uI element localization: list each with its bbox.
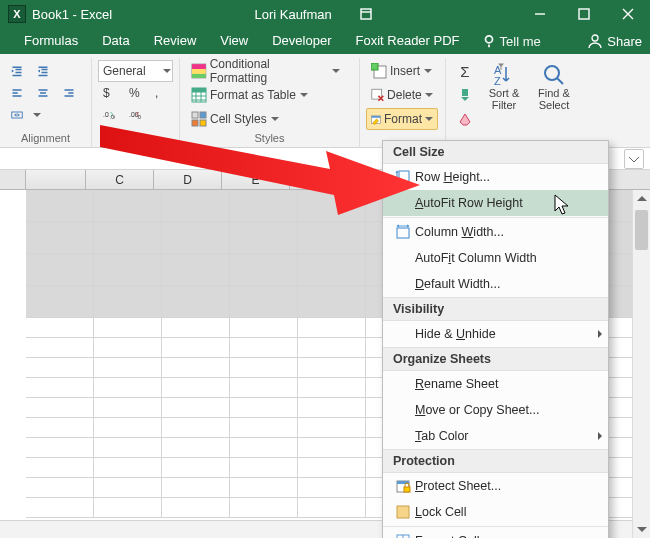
ribbon-display-options-button[interactable] [344,0,388,28]
svg-rect-13 [192,88,206,92]
menu-label: Column Width... [415,225,608,239]
submenu-caret-icon [592,330,608,338]
share-button[interactable]: Share [587,33,642,49]
align-center-button[interactable] [32,82,54,104]
menu-item-protect-sheet[interactable]: Protect Sheet... [383,473,608,499]
format-label: Format [384,112,422,126]
document-title: Book1 - Excel [32,7,112,22]
menu-item-autofit-row-height[interactable]: AutoFit Row Height [383,190,608,216]
maximize-button[interactable] [562,0,606,28]
insert-cells-button[interactable]: Insert [366,60,438,82]
sort-filter-button[interactable]: AZ Sort & Filter [480,60,528,130]
menu-label: Format Cells... [415,534,608,538]
menu-label: Hide & Unhide [415,327,592,341]
number-format-value: General [103,64,146,78]
group-alignment: Alignment [0,58,92,148]
menu-label: AutoFit Column Width [415,251,608,265]
decrease-indent-button[interactable] [6,60,28,82]
find-select-button[interactable]: Find & Select [530,60,578,130]
tell-me-search[interactable]: Tell me [482,34,541,49]
tab-data[interactable]: Data [90,28,141,54]
menu-item-move-copy-sheet[interactable]: Move or Copy Sheet... [383,397,608,423]
accounting-format-button[interactable]: $ [98,82,120,104]
column-header[interactable]: C [86,170,154,189]
number-format-combo[interactable]: General [98,60,173,82]
decrease-decimal-button[interactable]: .00.0 [124,104,146,126]
percent-format-button[interactable]: % [124,82,146,104]
menu-label: Tab Color [415,429,592,443]
expand-formula-bar-button[interactable] [624,149,644,169]
svg-point-25 [545,66,559,80]
scroll-down-button[interactable] [633,520,650,538]
svg-rect-0 [361,9,371,19]
merge-center-button[interactable] [6,104,28,126]
menu-section-protection: Protection [383,449,608,473]
merge-dropdown[interactable] [32,104,42,126]
protect-sheet-icon [391,478,415,494]
align-left-button[interactable] [6,82,28,104]
ribbon-tab-strip: Formulas Data Review View Developer Foxi… [0,28,650,54]
autosum-button[interactable]: Σ [452,60,478,82]
menu-item-format-cells[interactable]: Format Cells... [383,528,608,538]
svg-rect-29 [397,481,409,484]
excel-icon: X [8,5,26,23]
tab-developer[interactable]: Developer [260,28,343,54]
group-label-styles: Styles [186,132,353,148]
lock-cell-icon [391,504,415,520]
menu-item-rename-sheet[interactable]: Rename Sheet [383,371,608,397]
comma-format-button[interactable]: , [150,82,172,104]
menu-label: AutoFit Row Height [415,196,608,210]
scroll-thumb[interactable] [635,210,648,250]
fill-button[interactable] [452,84,478,106]
menu-item-autofit-column-width[interactable]: AutoFit Column Width [383,245,608,271]
group-cells: Insert Delete Format … [360,58,446,148]
svg-rect-15 [200,112,206,118]
column-header[interactable] [26,170,86,189]
column-width-icon [391,224,415,240]
close-button[interactable] [606,0,650,28]
clear-button[interactable] [452,108,478,130]
scroll-up-button[interactable] [633,190,650,208]
menu-label: Rename Sheet [415,377,608,391]
delete-label: Delete [387,88,422,102]
format-cells-icon [391,533,415,538]
increase-decimal-button[interactable]: .0.00 [98,104,120,126]
group-number: General $ % , .0.00 .00.0 N… [92,58,180,148]
menu-section-cell-size: Cell Size [383,141,608,164]
tab-review[interactable]: Review [142,28,209,54]
column-header[interactable]: D [154,170,222,189]
menu-item-column-width[interactable]: Column Width... [383,219,608,245]
menu-section-visibility: Visibility [383,297,608,321]
svg-rect-17 [200,120,206,126]
menu-item-default-width[interactable]: Default Width... [383,271,608,297]
account-username[interactable]: Lori Kaufman [242,7,343,22]
delete-cells-button[interactable]: Delete [366,84,438,106]
tab-formulas[interactable]: Formulas [12,28,90,54]
svg-rect-19 [371,63,378,70]
format-as-table-button[interactable]: Format as Table [186,84,346,106]
menu-label: Move or Copy Sheet... [415,403,608,417]
format-cells-button[interactable]: Format [366,108,438,130]
ribbon: Alignment General $ % , .0.00 .00.0 N… [0,54,650,148]
minimize-button[interactable] [518,0,562,28]
column-header[interactable]: E [222,170,290,189]
column-header[interactable]: F [290,170,358,189]
svg-rect-10 [192,69,206,74]
svg-rect-30 [404,487,410,492]
increase-indent-button[interactable] [32,60,54,82]
tab-foxit[interactable]: Foxit Reader PDF [344,28,472,54]
tab-view[interactable]: View [208,28,260,54]
align-right-button[interactable] [58,82,80,104]
svg-text:Z: Z [494,75,501,87]
select-all-corner[interactable] [0,170,26,189]
conditional-formatting-button[interactable]: Conditional Formatting [186,60,346,82]
cell-styles-button[interactable]: Cell Styles [186,108,346,130]
menu-item-row-height[interactable]: Row Height... [383,164,608,190]
group-label-alignment: Alignment [6,132,85,148]
menu-item-tab-color[interactable]: Tab Color [383,423,608,449]
menu-item-hide-unhide[interactable]: Hide & Unhide [383,321,608,347]
group-styles: Conditional Formatting Format as Table C… [180,58,360,148]
menu-item-lock-cell[interactable]: Lock Cell [383,499,608,525]
vertical-scrollbar[interactable] [632,190,650,538]
cond-format-label: Conditional Formatting [210,57,328,85]
